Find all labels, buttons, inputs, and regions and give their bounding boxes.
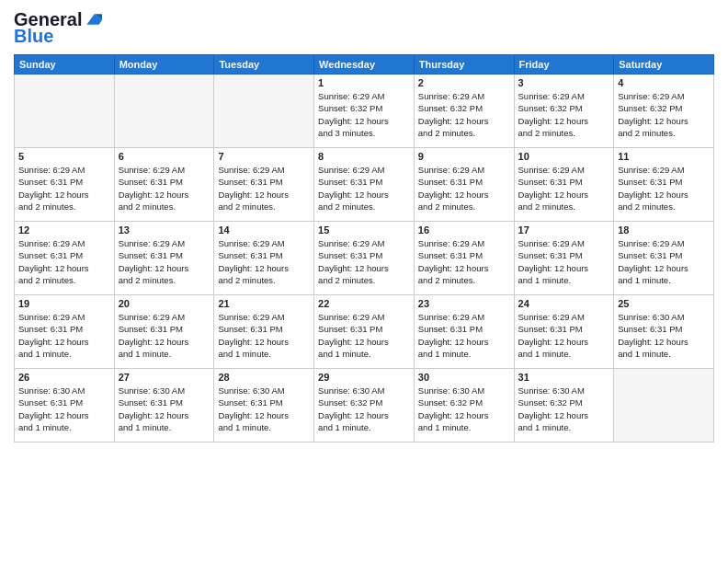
calendar-cell: 1Sunrise: 6:29 AM Sunset: 6:32 PM Daylig… bbox=[314, 75, 415, 148]
day-number: 10 bbox=[518, 151, 610, 162]
day-number: 11 bbox=[618, 151, 710, 162]
day-info: Sunrise: 6:29 AM Sunset: 6:32 PM Dayligh… bbox=[318, 90, 410, 139]
calendar-week-1: 1Sunrise: 6:29 AM Sunset: 6:32 PM Daylig… bbox=[15, 75, 714, 148]
calendar-week-4: 19Sunrise: 6:29 AM Sunset: 6:31 PM Dayli… bbox=[15, 295, 714, 369]
day-number: 24 bbox=[518, 298, 610, 309]
weekday-header-sunday: Sunday bbox=[15, 55, 115, 75]
day-info: Sunrise: 6:29 AM Sunset: 6:31 PM Dayligh… bbox=[518, 311, 610, 360]
day-number: 9 bbox=[418, 151, 510, 162]
calendar-cell: 21Sunrise: 6:29 AM Sunset: 6:31 PM Dayli… bbox=[214, 295, 314, 369]
day-info: Sunrise: 6:29 AM Sunset: 6:31 PM Dayligh… bbox=[618, 164, 710, 213]
header: General Blue bbox=[14, 9, 714, 47]
day-number: 15 bbox=[318, 224, 410, 236]
logo: General Blue bbox=[14, 9, 102, 47]
day-info: Sunrise: 6:29 AM Sunset: 6:31 PM Dayligh… bbox=[518, 237, 610, 286]
calendar-cell: 2Sunrise: 6:29 AM Sunset: 6:32 PM Daylig… bbox=[414, 75, 514, 148]
day-number: 21 bbox=[218, 298, 310, 309]
weekday-header-saturday: Saturday bbox=[614, 55, 714, 75]
calendar-cell: 18Sunrise: 6:29 AM Sunset: 6:31 PM Dayli… bbox=[614, 222, 714, 295]
day-number: 14 bbox=[218, 224, 310, 236]
day-number: 12 bbox=[18, 224, 110, 236]
day-number: 27 bbox=[119, 372, 210, 383]
calendar-cell bbox=[15, 75, 115, 148]
calendar-cell bbox=[614, 369, 714, 442]
calendar-cell: 29Sunrise: 6:30 AM Sunset: 6:32 PM Dayli… bbox=[314, 369, 415, 442]
calendar-cell: 10Sunrise: 6:29 AM Sunset: 6:31 PM Dayli… bbox=[514, 148, 614, 222]
day-info: Sunrise: 6:29 AM Sunset: 6:31 PM Dayligh… bbox=[318, 311, 410, 360]
calendar-cell: 9Sunrise: 6:29 AM Sunset: 6:31 PM Daylig… bbox=[414, 148, 514, 222]
day-info: Sunrise: 6:29 AM Sunset: 6:31 PM Dayligh… bbox=[418, 164, 510, 213]
day-info: Sunrise: 6:29 AM Sunset: 6:31 PM Dayligh… bbox=[119, 311, 210, 360]
day-info: Sunrise: 6:29 AM Sunset: 6:31 PM Dayligh… bbox=[218, 237, 310, 286]
day-number: 19 bbox=[18, 298, 110, 309]
day-info: Sunrise: 6:29 AM Sunset: 6:31 PM Dayligh… bbox=[318, 237, 410, 286]
calendar-cell: 25Sunrise: 6:30 AM Sunset: 6:31 PM Dayli… bbox=[614, 295, 714, 369]
calendar-cell: 13Sunrise: 6:29 AM Sunset: 6:31 PM Dayli… bbox=[114, 222, 214, 295]
calendar-week-5: 26Sunrise: 6:30 AM Sunset: 6:31 PM Dayli… bbox=[15, 369, 714, 442]
calendar-cell: 22Sunrise: 6:29 AM Sunset: 6:31 PM Dayli… bbox=[314, 295, 415, 369]
day-number: 17 bbox=[518, 224, 610, 236]
calendar-cell: 14Sunrise: 6:29 AM Sunset: 6:31 PM Dayli… bbox=[214, 222, 314, 295]
day-number: 29 bbox=[318, 372, 410, 383]
calendar-cell: 4Sunrise: 6:29 AM Sunset: 6:32 PM Daylig… bbox=[614, 75, 714, 148]
calendar-cell bbox=[214, 75, 314, 148]
calendar-cell: 12Sunrise: 6:29 AM Sunset: 6:31 PM Dayli… bbox=[15, 222, 115, 295]
calendar-cell: 19Sunrise: 6:29 AM Sunset: 6:31 PM Dayli… bbox=[15, 295, 115, 369]
day-info: Sunrise: 6:30 AM Sunset: 6:31 PM Dayligh… bbox=[18, 385, 110, 433]
day-info: Sunrise: 6:29 AM Sunset: 6:31 PM Dayligh… bbox=[18, 311, 110, 360]
day-info: Sunrise: 6:29 AM Sunset: 6:31 PM Dayligh… bbox=[119, 237, 210, 286]
calendar-cell: 3Sunrise: 6:29 AM Sunset: 6:32 PM Daylig… bbox=[514, 75, 614, 148]
weekday-header-monday: Monday bbox=[114, 55, 214, 75]
day-number: 22 bbox=[318, 298, 410, 309]
calendar-table: SundayMondayTuesdayWednesdayThursdayFrid… bbox=[14, 54, 714, 442]
day-number: 5 bbox=[18, 151, 110, 162]
day-info: Sunrise: 6:29 AM Sunset: 6:31 PM Dayligh… bbox=[418, 311, 510, 360]
calendar-cell: 15Sunrise: 6:29 AM Sunset: 6:31 PM Dayli… bbox=[314, 222, 415, 295]
day-info: Sunrise: 6:29 AM Sunset: 6:32 PM Dayligh… bbox=[518, 90, 610, 139]
day-info: Sunrise: 6:29 AM Sunset: 6:31 PM Dayligh… bbox=[618, 237, 710, 286]
day-info: Sunrise: 6:29 AM Sunset: 6:32 PM Dayligh… bbox=[618, 90, 710, 139]
day-info: Sunrise: 6:30 AM Sunset: 6:32 PM Dayligh… bbox=[518, 385, 610, 433]
day-number: 18 bbox=[618, 224, 710, 236]
calendar-cell: 23Sunrise: 6:29 AM Sunset: 6:31 PM Dayli… bbox=[414, 295, 514, 369]
calendar-cell: 31Sunrise: 6:30 AM Sunset: 6:32 PM Dayli… bbox=[514, 369, 614, 442]
day-number: 3 bbox=[518, 77, 610, 88]
calendar-cell: 5Sunrise: 6:29 AM Sunset: 6:31 PM Daylig… bbox=[15, 148, 115, 222]
day-number: 6 bbox=[119, 151, 210, 162]
calendar-week-3: 12Sunrise: 6:29 AM Sunset: 6:31 PM Dayli… bbox=[15, 222, 714, 295]
calendar-cell: 20Sunrise: 6:29 AM Sunset: 6:31 PM Dayli… bbox=[114, 295, 214, 369]
calendar-cell: 27Sunrise: 6:30 AM Sunset: 6:31 PM Dayli… bbox=[114, 369, 214, 442]
weekday-header-friday: Friday bbox=[514, 55, 614, 75]
day-number: 28 bbox=[218, 372, 310, 383]
day-info: Sunrise: 6:29 AM Sunset: 6:31 PM Dayligh… bbox=[218, 164, 310, 213]
calendar-cell: 24Sunrise: 6:29 AM Sunset: 6:31 PM Dayli… bbox=[514, 295, 614, 369]
weekday-header-row: SundayMondayTuesdayWednesdayThursdayFrid… bbox=[15, 55, 714, 75]
day-info: Sunrise: 6:30 AM Sunset: 6:32 PM Dayligh… bbox=[318, 385, 410, 433]
page-container: General Blue SundayMondayTuesdayWednesda… bbox=[0, 0, 728, 452]
day-info: Sunrise: 6:30 AM Sunset: 6:31 PM Dayligh… bbox=[218, 385, 310, 433]
weekday-header-wednesday: Wednesday bbox=[314, 55, 415, 75]
day-number: 30 bbox=[418, 372, 510, 383]
day-info: Sunrise: 6:30 AM Sunset: 6:31 PM Dayligh… bbox=[618, 311, 710, 360]
day-info: Sunrise: 6:30 AM Sunset: 6:31 PM Dayligh… bbox=[119, 385, 210, 433]
calendar-cell: 17Sunrise: 6:29 AM Sunset: 6:31 PM Dayli… bbox=[514, 222, 614, 295]
day-info: Sunrise: 6:29 AM Sunset: 6:31 PM Dayligh… bbox=[18, 164, 110, 213]
calendar-cell: 7Sunrise: 6:29 AM Sunset: 6:31 PM Daylig… bbox=[214, 148, 314, 222]
weekday-header-thursday: Thursday bbox=[414, 55, 514, 75]
calendar-cell: 8Sunrise: 6:29 AM Sunset: 6:31 PM Daylig… bbox=[314, 148, 415, 222]
day-info: Sunrise: 6:29 AM Sunset: 6:31 PM Dayligh… bbox=[418, 237, 510, 286]
calendar-cell: 11Sunrise: 6:29 AM Sunset: 6:31 PM Dayli… bbox=[614, 148, 714, 222]
day-info: Sunrise: 6:29 AM Sunset: 6:31 PM Dayligh… bbox=[318, 164, 410, 213]
day-number: 31 bbox=[518, 372, 610, 383]
calendar-cell: 16Sunrise: 6:29 AM Sunset: 6:31 PM Dayli… bbox=[414, 222, 514, 295]
day-number: 1 bbox=[318, 77, 410, 88]
day-number: 8 bbox=[318, 151, 410, 162]
calendar-cell: 6Sunrise: 6:29 AM Sunset: 6:31 PM Daylig… bbox=[114, 148, 214, 222]
day-info: Sunrise: 6:29 AM Sunset: 6:31 PM Dayligh… bbox=[18, 237, 110, 286]
day-number: 13 bbox=[119, 224, 210, 236]
weekday-header-tuesday: Tuesday bbox=[214, 55, 314, 75]
day-info: Sunrise: 6:29 AM Sunset: 6:31 PM Dayligh… bbox=[119, 164, 210, 213]
day-number: 4 bbox=[618, 77, 710, 88]
day-info: Sunrise: 6:30 AM Sunset: 6:32 PM Dayligh… bbox=[418, 385, 510, 433]
day-number: 26 bbox=[18, 372, 110, 383]
